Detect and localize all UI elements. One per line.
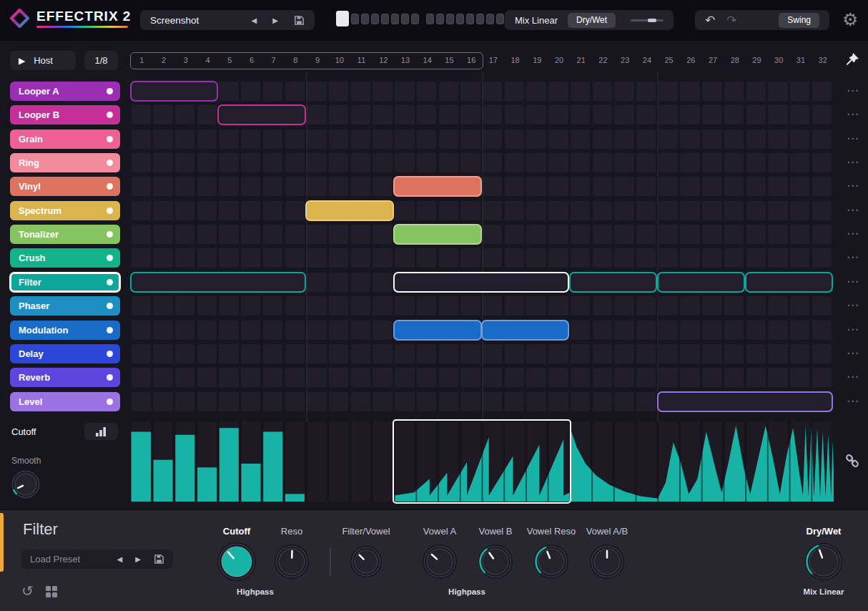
- grid-cell[interactable]: [263, 248, 282, 268]
- track-grain[interactable]: Grain: [10, 129, 120, 149]
- grid-cell[interactable]: [439, 368, 458, 387]
- grid-cell[interactable]: [307, 344, 326, 363]
- grid-cell[interactable]: [659, 225, 678, 244]
- effect-preset-name[interactable]: Load Preset: [30, 554, 104, 564]
- pattern-slot-1[interactable]: [336, 11, 349, 26]
- grid-cell[interactable]: [659, 344, 678, 363]
- grid-cell[interactable]: [614, 225, 633, 244]
- grid-cell[interactable]: [153, 321, 172, 340]
- grid-cell[interactable]: [526, 344, 546, 363]
- grid-cell[interactable]: [526, 82, 546, 101]
- grid-cell[interactable]: [439, 153, 458, 172]
- grid-cell[interactable]: [153, 201, 172, 220]
- knob-vowel-reso[interactable]: [533, 543, 570, 580]
- grid-cell[interactable]: [636, 82, 656, 101]
- grid-cell[interactable]: [768, 225, 787, 244]
- grid-cell[interactable]: [746, 105, 766, 124]
- grid-cell[interactable]: [790, 248, 809, 268]
- preset-save-icon[interactable]: [294, 15, 305, 26]
- grid-cell[interactable]: [417, 248, 436, 268]
- grid-cell[interactable]: [812, 177, 832, 196]
- grid-cell[interactable]: [526, 201, 546, 220]
- grid-cell[interactable]: [197, 296, 217, 316]
- grid-cell[interactable]: [219, 177, 238, 196]
- grid-cell[interactable]: [548, 392, 568, 411]
- grid-cell[interactable]: [614, 153, 633, 172]
- grid-cell[interactable]: [285, 344, 305, 363]
- grid-cell[interactable]: [285, 248, 305, 268]
- grid-cell[interactable]: [548, 368, 568, 387]
- grid-cell[interactable]: [460, 368, 480, 387]
- grid-cell[interactable]: [593, 344, 612, 363]
- grid-cell[interactable]: [373, 296, 392, 316]
- grid-cell[interactable]: [351, 273, 370, 292]
- pattern-slot-5[interactable]: [381, 14, 389, 24]
- grid-cell[interactable]: [790, 321, 809, 340]
- grid-cell[interactable]: [175, 129, 194, 149]
- grid-cell[interactable]: [593, 105, 612, 124]
- grid-cell[interactable]: [439, 296, 458, 316]
- grid-cell[interactable]: [285, 392, 305, 411]
- grid-cell[interactable]: [571, 225, 590, 244]
- grid-cell[interactable]: [197, 225, 217, 244]
- pin-icon[interactable]: [844, 52, 860, 70]
- track-enable-dot[interactable]: [107, 88, 113, 94]
- grid-cell[interactable]: [241, 368, 260, 387]
- knob-reso[interactable]: [273, 543, 310, 580]
- grid-cell[interactable]: [132, 201, 151, 220]
- track-looper-b[interactable]: Looper B: [10, 105, 120, 124]
- grid-cell[interactable]: [197, 177, 217, 196]
- grid-cell[interactable]: [132, 344, 151, 363]
- block-filter[interactable]: [745, 272, 833, 293]
- grid-cell[interactable]: [636, 248, 656, 268]
- grid-cell[interactable]: [483, 201, 502, 220]
- grid-cell[interactable]: [659, 105, 678, 124]
- grid-cell[interactable]: [460, 105, 480, 124]
- knob-vowel-a-b[interactable]: [588, 543, 626, 580]
- grid-cell[interactable]: [241, 321, 260, 340]
- grid-cell[interactable]: [790, 82, 809, 101]
- mix-mode-label[interactable]: Mix Linear: [515, 15, 558, 26]
- grid-cell[interactable]: [263, 321, 282, 340]
- sequencer-grid[interactable]: [131, 82, 834, 413]
- grid-cell[interactable]: [746, 177, 766, 196]
- grid-cell[interactable]: [746, 201, 766, 220]
- grid-cell[interactable]: [659, 321, 678, 340]
- grid-cell[interactable]: [768, 296, 787, 316]
- grid-cell[interactable]: [219, 248, 238, 268]
- grid-cell[interactable]: [505, 201, 524, 220]
- grid-cell[interactable]: [373, 368, 392, 387]
- grid-cell[interactable]: [263, 296, 282, 316]
- grid-cell[interactable]: [197, 368, 217, 387]
- grid-cell[interactable]: [153, 105, 172, 124]
- track-enable-dot[interactable]: [107, 255, 113, 261]
- grid-cell[interactable]: [790, 368, 809, 387]
- grid-cell[interactable]: [219, 153, 238, 172]
- grid-cell[interactable]: [351, 392, 370, 411]
- grid-cell[interactable]: [329, 248, 348, 268]
- grid-cell[interactable]: [351, 296, 370, 316]
- track-options-button[interactable]: ⋯: [847, 228, 859, 240]
- grid-cell[interactable]: [307, 177, 326, 196]
- grid-cell[interactable]: [724, 129, 744, 149]
- grid-cell[interactable]: [659, 82, 678, 101]
- grid-cell[interactable]: [241, 296, 260, 316]
- smooth-knob[interactable]: [9, 468, 42, 501]
- grid-cell[interactable]: [329, 368, 348, 387]
- grid-cell[interactable]: [548, 201, 568, 220]
- grid-cell[interactable]: [571, 201, 590, 220]
- grid-cell[interactable]: [746, 153, 766, 172]
- grid-cell[interactable]: [219, 201, 238, 220]
- grid-cell[interactable]: [219, 344, 238, 363]
- grid-cell[interactable]: [593, 129, 612, 149]
- grid-cell[interactable]: [439, 201, 458, 220]
- grid-cell[interactable]: [175, 225, 194, 244]
- track-options-button[interactable]: ⋯: [847, 108, 859, 120]
- block-level[interactable]: [657, 391, 833, 412]
- grid-cell[interactable]: [395, 296, 414, 316]
- track-enable-dot[interactable]: [107, 303, 113, 309]
- grid-cell[interactable]: [505, 177, 524, 196]
- grid-cell[interactable]: [395, 248, 414, 268]
- grid-cell[interactable]: [571, 129, 590, 149]
- grid-cell[interactable]: [197, 392, 217, 411]
